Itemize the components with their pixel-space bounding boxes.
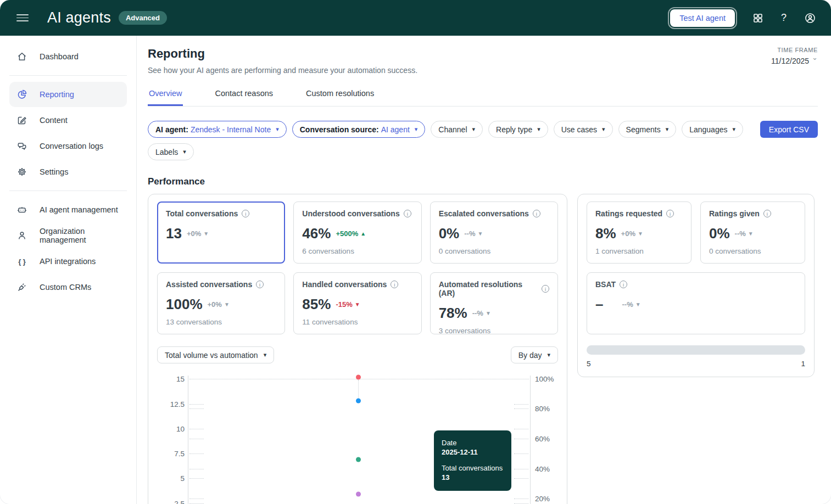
- filter-value: AI agent: [381, 125, 410, 134]
- gridline-stub: [514, 469, 528, 469]
- sidebar-item-conversation-logs[interactable]: Conversation logs: [9, 133, 127, 159]
- data-point-blue[interactable]: [356, 399, 361, 404]
- metric-label: Assisted conversations: [166, 280, 252, 289]
- metric-delta: -15%: [336, 300, 352, 309]
- plug-icon: [16, 282, 27, 293]
- hamburger-menu-icon[interactable]: [16, 14, 29, 21]
- filter-languages[interactable]: Languages ▾: [682, 121, 743, 138]
- metric-sub: 1 conversation: [595, 247, 683, 255]
- page-subtitle: See how your AI agents are performing an…: [148, 66, 417, 75]
- filter-label: AI agent:: [155, 125, 188, 134]
- data-point-purple[interactable]: [356, 492, 361, 497]
- timeframe-control[interactable]: TIME FRAME 11/12/2025 ⌄: [771, 47, 818, 65]
- y-axis-right-line: [530, 376, 531, 504]
- metric-card-bsat[interactable]: BSATi – --%▼: [587, 272, 805, 334]
- filter-label: Conversation source:: [300, 125, 379, 134]
- sidebar-item-content[interactable]: Content: [9, 108, 127, 133]
- test-ai-agent-button[interactable]: Test AI agent: [670, 9, 735, 27]
- metric-card-automated-resolutions[interactable]: Automated resolutions (AR)i 78% --%▼ 3 c…: [430, 272, 558, 334]
- gridline-stub: [514, 439, 528, 439]
- report-tabs: Overview Contact reasons Custom resoluti…: [148, 84, 818, 107]
- tooltip-date-label: Date: [442, 439, 504, 448]
- info-icon[interactable]: i: [542, 285, 549, 293]
- info-icon[interactable]: i: [404, 210, 411, 217]
- filter-bar: AI agent:Zendesk - Internal Note ▾ Conve…: [148, 121, 818, 160]
- metric-card-total-conversations[interactable]: Total conversationsi 13 +0%▼: [157, 201, 285, 264]
- filter-reply-type[interactable]: Reply type ▾: [488, 121, 548, 138]
- caret-down-icon: ▾: [666, 126, 669, 133]
- info-icon[interactable]: i: [256, 281, 264, 288]
- sidebar-item-api-integrations[interactable]: { } API integrations: [9, 249, 127, 274]
- tab-overview[interactable]: Overview: [148, 84, 183, 106]
- sidebar-item-custom-crms[interactable]: Custom CRMs: [9, 275, 127, 300]
- gridline-stub: [189, 408, 204, 409]
- metric-value: 46%: [302, 225, 331, 242]
- metric-card-handled-conversations[interactable]: Handled conversationsi 85% -15%▼ 11 conv…: [293, 272, 421, 334]
- info-icon[interactable]: i: [391, 281, 398, 288]
- sidebar-item-ai-agent-management[interactable]: AI agent management: [9, 197, 127, 222]
- tab-custom-resolutions[interactable]: Custom resolutions: [305, 84, 375, 106]
- metric-card-understood-conversations[interactable]: Understood conversationsi 46% +500%▲ 6 c…: [293, 201, 421, 264]
- data-point-green[interactable]: [356, 457, 361, 462]
- tab-contact-reasons[interactable]: Contact reasons: [214, 84, 274, 106]
- sidebar-item-organization-management[interactable]: Organization management: [9, 223, 127, 248]
- filter-segments[interactable]: Segments ▾: [618, 121, 677, 138]
- metric-card-ratings-given[interactable]: Ratings giveni 0% --%▼ 0 conversations: [700, 201, 805, 264]
- apps-grid-icon[interactable]: [752, 13, 763, 24]
- y-axis-left-line: [188, 376, 188, 504]
- metric-card-assisted-conversations[interactable]: Assisted conversationsi 100% +0%▼ 13 con…: [157, 272, 285, 334]
- gridline-stub: [514, 453, 528, 454]
- sidebar-item-settings[interactable]: Settings: [9, 159, 127, 184]
- account-icon[interactable]: [804, 12, 816, 24]
- performance-panel: Total conversationsi 13 +0%▼ Understood …: [148, 194, 567, 504]
- triangle-down-icon: ▼: [486, 310, 491, 316]
- metric-value: –: [595, 296, 603, 313]
- y-axis-right-tick: 60%: [535, 435, 550, 443]
- metric-sub: 11 conversations: [302, 318, 412, 326]
- chart-metric-select[interactable]: Total volume vs automation ▾: [157, 346, 274, 363]
- filter-label: Labels: [155, 148, 178, 156]
- triangle-down-icon: ▼: [748, 231, 754, 237]
- y-axis-left-tick: 15: [176, 375, 185, 383]
- chevron-down-icon: ⌄: [812, 53, 818, 61]
- help-icon[interactable]: ?: [781, 12, 787, 24]
- top-header: AI agents Advanced Test AI agent ?: [0, 0, 831, 36]
- bsat-range-slider[interactable]: [587, 345, 805, 355]
- filter-channel[interactable]: Channel ▾: [431, 121, 483, 138]
- chart-granularity-select[interactable]: By day ▾: [511, 346, 558, 363]
- gridline-stub: [189, 429, 204, 429]
- info-icon[interactable]: i: [620, 281, 627, 288]
- advanced-badge: Advanced: [119, 11, 167, 25]
- triangle-down-icon: ▼: [477, 231, 483, 237]
- info-icon[interactable]: i: [242, 210, 249, 217]
- filter-use-cases[interactable]: Use cases ▾: [554, 121, 613, 138]
- gridline-stub: [189, 453, 204, 454]
- metric-sub: 6 conversations: [302, 247, 412, 255]
- export-csv-button[interactable]: Export CSV: [760, 121, 818, 138]
- metric-card-escalated-conversations[interactable]: Escalated conversationsi 0% --%▼ 0 conve…: [430, 201, 558, 264]
- gridline-stub: [514, 429, 528, 429]
- metric-card-ratings-requested[interactable]: Ratings requestedi 8% +0%▼ 1 conversatio…: [587, 201, 691, 264]
- filter-conversation-source[interactable]: Conversation source:AI agent ▾: [292, 121, 426, 138]
- sidebar: Dashboard Reporting: [0, 36, 137, 504]
- metric-label: Total conversations: [166, 209, 238, 218]
- data-point-red[interactable]: [356, 375, 361, 380]
- filter-labels[interactable]: Labels ▾: [148, 143, 194, 160]
- info-icon[interactable]: i: [666, 210, 674, 217]
- metric-delta: --%: [735, 229, 746, 238]
- filter-ai-agent[interactable]: AI agent:Zendesk - Internal Note ▾: [148, 121, 287, 138]
- info-icon[interactable]: i: [533, 210, 540, 217]
- sidebar-item-label: API integrations: [40, 257, 96, 266]
- y-axis-left-tick: 10: [176, 425, 185, 433]
- metric-label: Ratings given: [709, 209, 760, 218]
- select-value: Total volume vs automation: [165, 351, 258, 360]
- metric-value: 78%: [439, 305, 467, 322]
- slider-right-label: 1: [801, 360, 805, 368]
- chart-tooltip: Date 2025-12-11 Total conversations 13: [434, 430, 511, 491]
- sidebar-item-reporting[interactable]: Reporting: [9, 82, 127, 107]
- info-icon[interactable]: i: [763, 210, 771, 217]
- tooltip-date-value: 2025-12-11: [442, 448, 504, 457]
- metric-sub: 3 conversations: [439, 327, 549, 335]
- caret-down-icon: ▾: [547, 351, 550, 359]
- sidebar-item-dashboard[interactable]: Dashboard: [9, 44, 127, 69]
